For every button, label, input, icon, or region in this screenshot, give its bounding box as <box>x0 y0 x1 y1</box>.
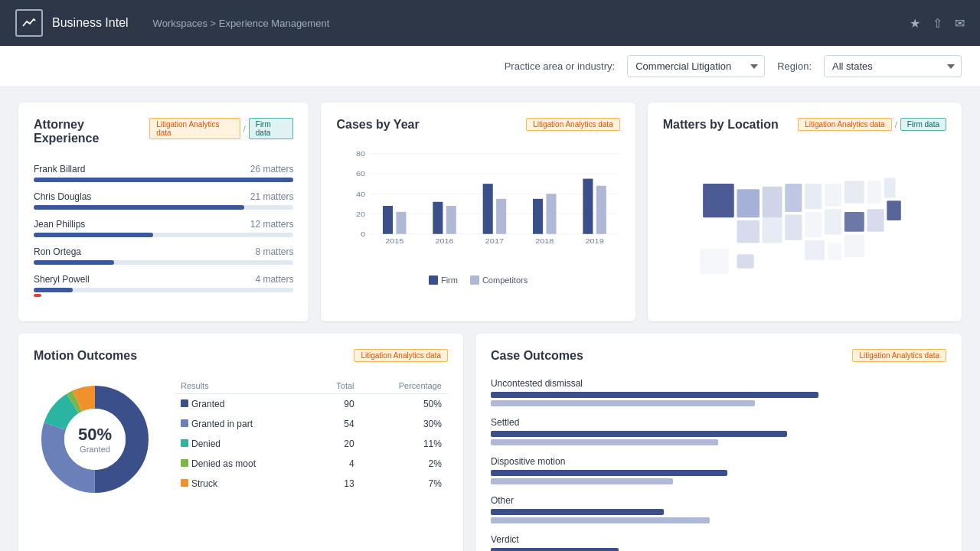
outcome-bar-comp <box>491 400 755 406</box>
region-select[interactable]: All states <box>824 55 962 77</box>
svg-text:40: 40 <box>356 191 366 198</box>
bar-track <box>34 178 293 182</box>
outcome-label: Settled <box>491 417 946 428</box>
attorney-experience-card: Attorney Experience Litigation Analytics… <box>18 103 309 321</box>
svg-rect-16 <box>483 184 493 234</box>
bottom-cards-row: Motion Outcomes Litigation Analytics dat… <box>18 334 962 551</box>
donut-center: 50% Granted <box>78 425 112 454</box>
attorney-name: Chris Douglas <box>34 191 91 202</box>
outcome-bar-firm <box>491 392 818 398</box>
outcome-bar-firm <box>491 548 619 551</box>
svg-rect-14 <box>446 206 456 234</box>
color-dot <box>181 419 188 427</box>
analytics-badge: Litigation Analytics data <box>149 118 240 139</box>
practice-select[interactable]: Commercial Litigation <box>627 55 765 77</box>
attorney-matters: 8 matters <box>255 246 293 257</box>
svg-text:80: 80 <box>356 150 366 158</box>
motion-table-row: Granted in part 54 30% <box>175 414 448 434</box>
case-outcomes-list: Uncontested dismissal Settled Dispositiv… <box>491 378 946 551</box>
bar-track <box>34 260 293 265</box>
svg-rect-13 <box>433 202 443 234</box>
outcome-bar-firm <box>491 509 664 515</box>
bar-track <box>34 288 293 292</box>
cases-chart: 80604020020152016201720182019 <box>336 147 619 269</box>
motion-total: 20 <box>312 434 360 454</box>
attorney-row: Frank Billard 26 matters <box>34 164 293 182</box>
header: Business Intel Workspaces > Experience M… <box>0 0 980 46</box>
svg-text:2018: 2018 <box>536 237 555 245</box>
col-results: Results <box>175 378 312 394</box>
outcome-bars <box>491 509 946 523</box>
attorney-title-row: Attorney Experience Litigation Analytics… <box>34 118 293 152</box>
attorney-row: Jean Phillips 12 matters <box>34 219 293 237</box>
outcome-row: Dispositive motion <box>491 456 946 484</box>
case-outcomes-card: Case Outcomes Litigation Analytics data … <box>475 334 962 551</box>
motion-content: 50% Granted Results Total Percentage <box>34 378 448 500</box>
svg-rect-19 <box>533 199 543 234</box>
cases-svg: 80604020020152016201720182019 <box>336 147 619 254</box>
outcome-row: Settled <box>491 417 946 445</box>
cases-badge: Litigation Analytics data <box>526 118 620 131</box>
bar-fill <box>34 288 73 292</box>
attorney-row: Sheryl Powell 4 matters <box>34 274 293 297</box>
svg-rect-27 <box>762 187 782 218</box>
svg-text:2016: 2016 <box>436 237 455 245</box>
header-icons: ★ ⇧ ✉ <box>910 16 965 31</box>
svg-rect-29 <box>737 220 760 243</box>
outcome-label: Verdict <box>491 534 946 545</box>
attorney-name-row: Ron Ortega 8 matters <box>34 246 293 257</box>
outcome-bars <box>491 392 946 406</box>
attorney-matters: 4 matters <box>255 274 293 285</box>
logo <box>15 9 43 37</box>
map-svg <box>663 155 946 285</box>
motion-result: Struck <box>175 474 312 494</box>
motion-table-row: Denied 20 11% <box>175 434 448 454</box>
matters-title: Matters by Location <box>663 118 779 132</box>
svg-text:2015: 2015 <box>386 237 405 245</box>
cases-title-row: Cases by Year Litigation Analytics data <box>336 118 619 135</box>
chart-icon[interactable]: ★ <box>910 16 920 31</box>
top-cards-row: Attorney Experience Litigation Analytics… <box>18 103 962 321</box>
bar-fill <box>34 233 153 237</box>
attorney-name: Sheryl Powell <box>34 274 90 285</box>
svg-rect-17 <box>497 199 507 234</box>
breadcrumb: Workspaces > Experience Management <box>153 18 330 29</box>
motion-pct: 50% <box>361 394 448 415</box>
motion-result: Granted in part <box>175 414 312 434</box>
case-outcomes-title-row: Case Outcomes Litigation Analytics data <box>491 349 946 366</box>
bar-fill <box>34 178 293 182</box>
main: Attorney Experience Litigation Analytics… <box>0 87 980 551</box>
motion-total: 4 <box>312 454 360 474</box>
share-icon[interactable]: ⇧ <box>933 16 942 31</box>
outcome-bars <box>491 431 946 445</box>
svg-rect-25 <box>703 184 734 217</box>
motion-result: Denied as moot <box>175 454 312 474</box>
donut-label: Granted <box>78 445 112 454</box>
attorney-matters: 12 matters <box>250 219 294 230</box>
svg-rect-46 <box>827 243 841 260</box>
motion-total: 54 <box>312 414 360 434</box>
motion-result: Granted <box>175 394 312 415</box>
legend-firm-dot <box>429 276 438 285</box>
svg-rect-40 <box>867 181 880 204</box>
header-left: Business Intel Workspaces > Experience M… <box>15 9 329 37</box>
attorney-name-row: Sheryl Powell 4 matters <box>34 274 293 285</box>
case-outcomes-badge: Litigation Analytics data <box>852 349 946 362</box>
svg-rect-30 <box>762 217 782 243</box>
legend-comp-dot <box>470 276 479 285</box>
svg-rect-34 <box>844 181 864 204</box>
svg-rect-22 <box>583 179 593 234</box>
mail-icon[interactable]: ✉ <box>955 16 965 31</box>
attorney-name-row: Jean Phillips 12 matters <box>34 219 293 230</box>
outcome-row: Uncontested dismissal <box>491 378 946 406</box>
matters-title-row: Matters by Location Litigation Analytics… <box>663 118 946 143</box>
bar-fill <box>34 205 244 210</box>
us-map <box>663 155 946 285</box>
motion-outcomes-card: Motion Outcomes Litigation Analytics dat… <box>18 334 463 551</box>
svg-rect-43 <box>700 249 728 274</box>
attorney-row: Ron Ortega 8 matters <box>34 246 293 265</box>
svg-rect-11 <box>397 212 407 234</box>
svg-rect-33 <box>825 184 841 207</box>
svg-text:0: 0 <box>361 230 366 238</box>
outcome-bar-comp <box>491 478 673 484</box>
